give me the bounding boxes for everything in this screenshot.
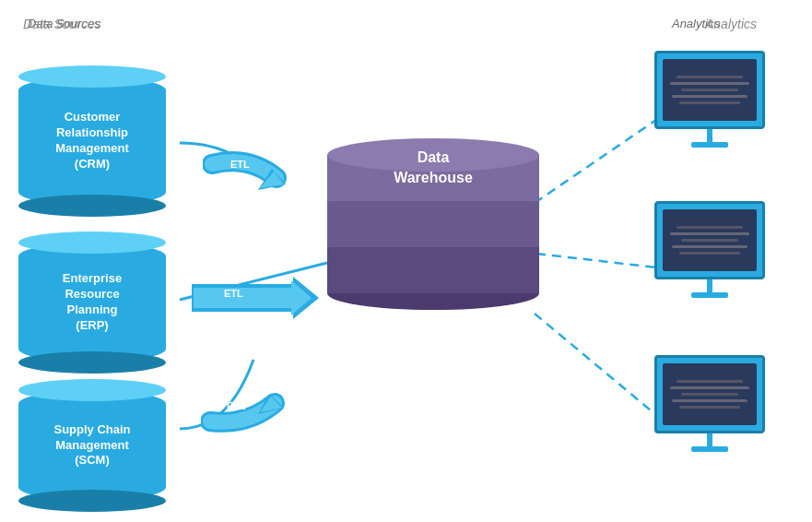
svg-line-2 (535, 314, 656, 415)
etl-arrow-2: ETL (192, 275, 321, 321)
monitor-3 (650, 355, 770, 452)
svg-line-0 (535, 120, 656, 203)
crm-line3: Management (55, 141, 128, 155)
erp-line4: (ERP) (76, 318, 108, 332)
dw-label: Data Warehouse (327, 148, 539, 189)
etl-label-2: ETL (224, 288, 243, 299)
dw-line1: Data (418, 149, 450, 165)
monitor-1 (650, 51, 770, 148)
dw-line2: Warehouse (394, 170, 473, 185)
erp-cylinder: Enterprise Resource Planning (ERP) (18, 238, 166, 367)
erp-line3: Planning (67, 303, 118, 316)
etl-arrow-1: ETL (203, 146, 313, 201)
data-warehouse: Data Warehouse (327, 138, 539, 369)
crm-line2: Relationship (56, 125, 128, 139)
erp-line1: Enterprise (63, 271, 122, 285)
crm-line1: Customer (65, 110, 121, 124)
scm-line1: Supply Chain (53, 422, 130, 436)
scm-line2: Management (55, 438, 128, 452)
left-section-label: Data Sources (23, 17, 101, 31)
scm-cylinder: Supply Chain Management (SCM) (18, 386, 166, 505)
diagram-container: Data Sources Analytics Customer Relation… (0, 0, 812, 522)
etl-label-3: ETL (227, 400, 246, 411)
crm-cylinder: Customer Relationship Management (CRM) (18, 72, 166, 210)
etl-arrow-3: ETL (201, 362, 312, 435)
crm-line4: (CRM) (75, 157, 110, 171)
right-section-label: Analytics (705, 17, 757, 31)
svg-line-1 (536, 254, 656, 267)
scm-line3: (SCM) (75, 453, 110, 467)
erp-line2: Resource (65, 287, 119, 301)
monitor-2 (650, 201, 770, 298)
etl-label-1: ETL (230, 159, 250, 170)
